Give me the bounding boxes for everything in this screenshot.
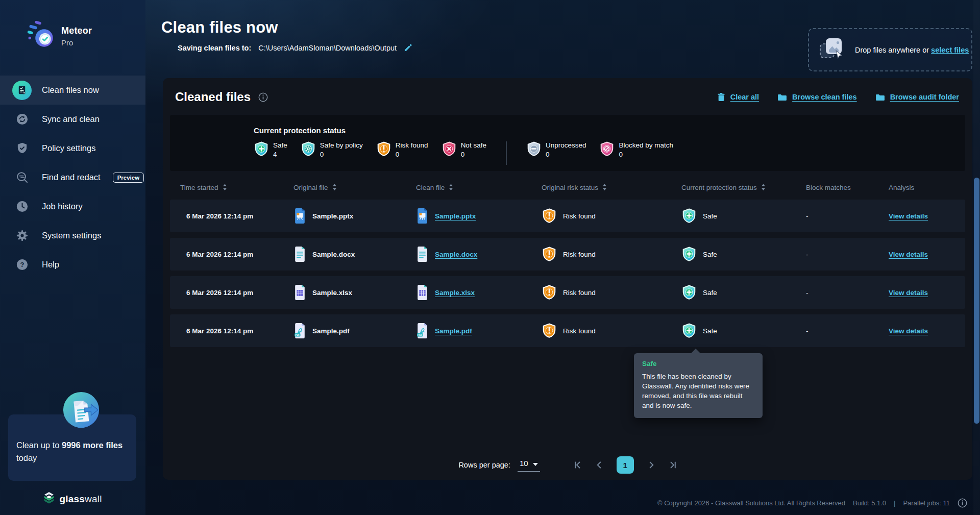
sidebar-item-policy-settings[interactable]: Policy settings	[0, 134, 145, 163]
view-details-link[interactable]: View details	[889, 212, 928, 220]
redact-search-icon	[12, 168, 32, 187]
tooltip-arrow	[691, 349, 701, 354]
sidebar-item-sync-and-clean[interactable]: Sync and clean	[0, 105, 145, 134]
block-matches-value: -	[806, 327, 808, 335]
column-original-file: Original file	[293, 184, 416, 191]
rows-per-page-select[interactable]: 10	[518, 459, 540, 472]
tooltip-title: Safe	[642, 360, 754, 367]
sort-icon[interactable]	[761, 184, 766, 191]
footer-separator: |	[894, 499, 895, 507]
app-logo: Meteor Pro	[0, 0, 145, 52]
action-label: Browse audit folder	[890, 93, 959, 101]
sort-icon[interactable]	[332, 184, 337, 191]
browse-clean-files-button[interactable]: Browse clean files	[777, 93, 857, 101]
status-count: 0	[396, 151, 428, 158]
clear-all-button[interactable]: Clear all	[717, 92, 759, 102]
parallel-jobs-text: Parallel jobs: 11	[903, 499, 950, 507]
quota-suffix: today	[16, 453, 37, 462]
risk-status-label: Risk found	[563, 251, 596, 258]
edit-path-pencil-icon[interactable]	[404, 43, 412, 52]
time-started: 6 Mar 2026 12:14 pm	[186, 251, 253, 258]
sidebar-item-system-settings[interactable]: System settings	[0, 221, 145, 250]
time-started: 6 Mar 2026 12:14 pm	[186, 327, 253, 335]
xlsx-file-icon	[416, 285, 429, 300]
status-item-not-safe: Not safe 0	[442, 141, 486, 158]
browse-audit-folder-button[interactable]: Browse audit folder	[875, 93, 959, 101]
clean-file-link[interactable]: Sample.xlsx	[435, 289, 475, 297]
safe-shield-icon	[681, 208, 697, 224]
time-started: 6 Mar 2026 12:14 pm	[186, 289, 253, 297]
sidebar-item-clean-files-now[interactable]: Clean files now	[0, 76, 145, 105]
scrollbar-thumb[interactable]	[974, 178, 979, 424]
sort-icon[interactable]	[602, 184, 607, 191]
tooltip-body: This file has been cleaned by Glasswall.…	[642, 372, 754, 410]
sync-icon	[12, 110, 32, 129]
block-matches-value: -	[806, 289, 808, 297]
rows-per-page-value: 10	[520, 459, 528, 468]
docx-file-icon	[293, 247, 306, 262]
table-row: 6 Mar 2026 12:14 pm PDF Sample.pdf PDF S…	[170, 314, 965, 347]
status-count: 0	[546, 151, 586, 158]
protection-status-strip: Current protection status Safe 4 Safe by…	[170, 115, 965, 171]
column-clean-file: Clean file	[416, 184, 542, 191]
status-item-safe: Safe 4	[254, 141, 287, 158]
view-details-link[interactable]: View details	[889, 327, 928, 335]
clock-icon	[12, 197, 32, 216]
sort-icon[interactable]	[223, 184, 227, 191]
view-details-link[interactable]: View details	[889, 289, 928, 297]
status-label: Blocked by match	[619, 141, 673, 149]
caret-down-icon	[533, 459, 538, 468]
status-label: Safe	[273, 141, 287, 149]
quota-text: Clean up to	[16, 440, 62, 450]
column-label: Analysis	[889, 184, 914, 191]
clean-file-link[interactable]: Sample.docx	[435, 251, 477, 258]
prev-page-button[interactable]	[595, 461, 603, 469]
info-icon[interactable]	[258, 92, 268, 102]
column-block-matches: Block matches	[806, 184, 889, 191]
sidebar-item-find-and-redact[interactable]: Find and redact Preview	[0, 163, 145, 192]
cleaned-files-panel: Cleaned files Clear all Browse clean fil…	[163, 78, 972, 480]
sidebar-item-job-history[interactable]: Job history	[0, 192, 145, 221]
status-count: 0	[619, 151, 673, 158]
next-page-button[interactable]	[647, 461, 655, 469]
protection-status-label: Safe	[703, 212, 717, 220]
sidebar-item-label: Help	[42, 260, 59, 269]
panel-actions: Clear all Browse clean files Browse audi…	[717, 92, 959, 102]
glasswall-brand: glasswall	[0, 492, 145, 506]
last-page-button[interactable]	[669, 461, 677, 469]
column-time-started: Time started	[180, 184, 293, 191]
rows-per-page-label: Rows per page:	[458, 461, 510, 469]
first-page-button[interactable]	[574, 461, 582, 469]
select-files-link[interactable]: select files	[931, 46, 969, 54]
status-label: Not safe	[461, 141, 486, 149]
current-page-button[interactable]: 1	[617, 456, 634, 474]
build-text: Build: 5.1.0	[853, 499, 886, 507]
app-tier: Pro	[61, 38, 92, 47]
original-file-name: Sample.docx	[312, 251, 355, 258]
status-count: 0	[461, 151, 486, 158]
pagination: Rows per page: 10 1	[163, 456, 972, 474]
status-item-safe-by-policy: Safe by policy 0	[301, 141, 363, 158]
table-row: 6 Mar 2026 12:14 pm Sample.xlsx Sample.x…	[170, 276, 965, 309]
scrollbar	[973, 0, 980, 515]
column-original-risk-status: Original risk status	[542, 184, 681, 191]
column-label: Time started	[180, 184, 218, 191]
svg-text:PDF: PDF	[418, 334, 423, 336]
sidebar-item-label: Policy settings	[42, 143, 95, 153]
time-started: 6 Mar 2026 12:14 pm	[186, 212, 253, 220]
clean-file-link[interactable]: Sample.pdf	[435, 327, 472, 335]
view-details-link[interactable]: View details	[889, 251, 928, 258]
status-count: 4	[273, 151, 287, 158]
status-item-unprocessed: Unprocessed 0	[526, 141, 586, 158]
file-dropzone[interactable]: Drop files anywhere or select files	[808, 28, 972, 71]
sort-icon[interactable]	[449, 184, 453, 191]
table-row: 6 Mar 2026 12:14 pm Sample.pptx Sample.p…	[170, 200, 965, 232]
app-name: Meteor	[61, 26, 92, 36]
footer-info-icon[interactable]	[958, 498, 967, 508]
risk-status-label: Risk found	[563, 327, 596, 335]
sidebar-item-label: Sync and clean	[42, 114, 100, 124]
pptx-file-icon	[293, 208, 306, 224]
panel-title: Cleaned files	[175, 90, 251, 104]
clean-file-link[interactable]: Sample.pptx	[435, 212, 476, 220]
sidebar-item-help[interactable]: ? Help	[0, 250, 145, 279]
